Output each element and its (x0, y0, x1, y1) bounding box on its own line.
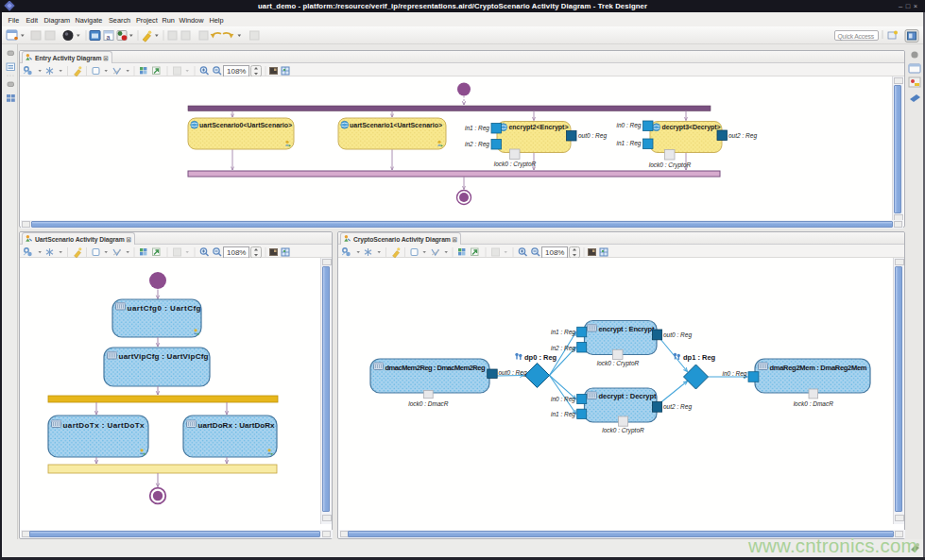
svg-text:in0 : Reg: in0 : Reg (722, 370, 746, 378)
svg-text:lock0 : CryptoR: lock0 : CryptoR (597, 360, 640, 367)
svg-text:out0 : Reg: out0 : Reg (663, 331, 692, 339)
svg-text:encrypt : Encrypt: encrypt : Encrypt (599, 325, 656, 333)
svg-text:in2 : Reg: in2 : Reg (551, 345, 575, 352)
svg-text:in1 : Reg: in1 : Reg (551, 329, 575, 336)
svg-text:encrypt2<Encrypt>: encrypt2<Encrypt> (509, 124, 569, 131)
svg-text:lock0 : CryptoR: lock0 : CryptoR (602, 427, 644, 434)
svg-text:in1 : Reg: in1 : Reg (551, 411, 575, 418)
svg-text:in1 : Reg: in1 : Reg (616, 140, 641, 147)
svg-text:dp1 : Reg: dp1 : Reg (683, 353, 716, 362)
svg-text:lock0 : DmacR: lock0 : DmacR (408, 400, 449, 407)
svg-text:lock0 : CryptoR: lock0 : CryptoR (649, 161, 692, 169)
svg-text:uartVipCfg : UartVipCfg: uartVipCfg : UartVipCfg (119, 352, 209, 361)
svg-text:uartDoRx : UartDoRx: uartDoRx : UartDoRx (198, 421, 276, 430)
svg-text:lock0 : DmacR: lock0 : DmacR (794, 400, 834, 407)
svg-text:out0 : Reg: out0 : Reg (499, 369, 527, 377)
svg-text:out2 : Reg: out2 : Reg (663, 403, 692, 411)
svg-text:out0 : Reg: out0 : Reg (578, 132, 607, 140)
svg-text:in0 : Reg: in0 : Reg (551, 396, 575, 403)
svg-text:uartDoTx : UartDoTx: uartDoTx : UartDoTx (63, 421, 146, 430)
svg-text:dmaReg2Mem : DmaReg2Mem: dmaReg2Mem : DmaReg2Mem (770, 364, 867, 372)
svg-text:lock0 : CryptoR: lock0 : CryptoR (494, 161, 537, 168)
svg-text:uartScenario1<UartScenario>: uartScenario1<UartScenario> (350, 122, 442, 128)
svg-text:uartCfg0 : UartCfg: uartCfg0 : UartCfg (128, 304, 201, 313)
svg-text:decrypt : Decrypt: decrypt : Decrypt (599, 392, 658, 400)
svg-text:in0 : Reg: in0 : Reg (616, 122, 641, 129)
svg-text:a: a (107, 34, 111, 41)
svg-text:dmacMem2Reg : DmacMem2Reg: dmacMem2Reg : DmacMem2Reg (385, 364, 486, 372)
svg-text:in2 : Reg: in2 : Reg (465, 141, 489, 148)
svg-text:decrypt3<Decrypt>: decrypt3<Decrypt> (662, 124, 721, 131)
svg-text:dp0 : Reg: dp0 : Reg (524, 353, 557, 362)
svg-text:uartScenario0<UartScenario>: uartScenario0<UartScenario> (199, 122, 292, 128)
svg-text:in1 : Reg: in1 : Reg (465, 125, 489, 132)
svg-text:out2 : Reg: out2 : Reg (728, 132, 757, 140)
